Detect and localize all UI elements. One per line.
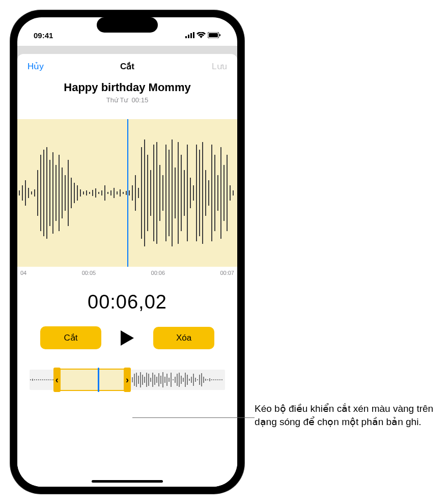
waveform-main[interactable] xyxy=(17,119,237,267)
edit-sheet: Hủy Cắt Lưu Happy birthday Mommy Thứ Tư … xyxy=(17,54,237,487)
play-button[interactable] xyxy=(117,327,138,349)
trim-selection[interactable] xyxy=(57,369,127,391)
svg-rect-0 xyxy=(185,36,187,38)
recording-meta: Thứ Tư 00:15 xyxy=(17,96,237,104)
screen: 09:41 Hủy Cắt Lưu Happy birthday Mommy T… xyxy=(17,17,237,487)
svg-rect-1 xyxy=(188,35,189,38)
callout-text: Kéo bộ điều khiển cắt xén màu vàng trên … xyxy=(255,402,438,428)
battery-icon xyxy=(208,32,221,38)
time-tick: 04 xyxy=(20,270,26,276)
trim-overview[interactable]: ‹ › xyxy=(30,365,225,395)
controls-row: Cắt Xóa xyxy=(17,326,237,349)
trim-playhead[interactable] xyxy=(98,368,99,392)
nav-bar: Hủy Cắt Lưu xyxy=(17,54,237,76)
timeline-ruler: 04 00:05 00:06 00:07 xyxy=(17,267,237,276)
status-time: 09:41 xyxy=(34,31,53,40)
nav-title: Cắt xyxy=(17,61,237,72)
current-time: 00:06,02 xyxy=(17,291,237,313)
trim-button[interactable]: Cắt xyxy=(40,326,101,349)
delete-button[interactable]: Xóa xyxy=(153,327,214,349)
status-icons xyxy=(185,32,221,38)
play-icon xyxy=(120,329,135,347)
home-indicator[interactable] xyxy=(92,480,163,483)
time-tick: 00:07 xyxy=(220,270,234,276)
callout-line xyxy=(132,417,255,418)
cancel-button[interactable]: Hủy xyxy=(27,61,44,72)
recording-duration: 00:15 xyxy=(132,96,149,104)
wifi-icon xyxy=(197,32,206,38)
playhead[interactable] xyxy=(127,119,128,267)
trim-handle-right[interactable]: › xyxy=(124,368,131,392)
svg-rect-3 xyxy=(193,32,194,38)
recording-title[interactable]: Happy birthday Mommy xyxy=(17,81,237,94)
svg-rect-6 xyxy=(219,34,220,36)
svg-rect-5 xyxy=(209,33,218,37)
save-button[interactable]: Lưu xyxy=(212,61,227,72)
time-tick: 00:06 xyxy=(151,270,165,276)
time-tick: 00:05 xyxy=(82,270,96,276)
phone-frame: 09:41 Hủy Cắt Lưu Happy birthday Mommy T… xyxy=(10,10,244,494)
dynamic-island xyxy=(97,17,158,33)
cellular-icon xyxy=(185,32,194,38)
recording-day: Thứ Tư xyxy=(106,96,128,104)
svg-rect-2 xyxy=(190,33,192,38)
trim-handle-left[interactable]: ‹ xyxy=(53,368,61,392)
